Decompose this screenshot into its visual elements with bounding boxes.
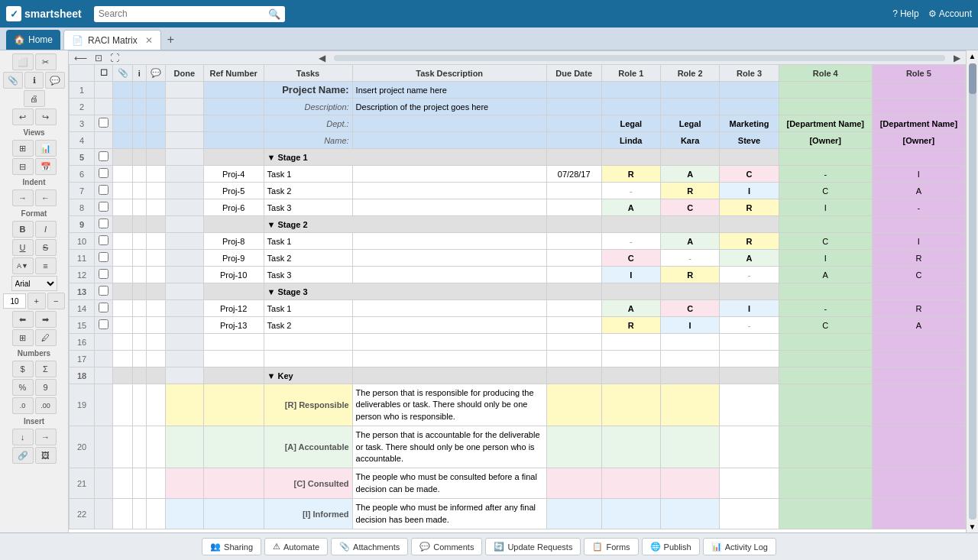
print-button[interactable]: 🖨 xyxy=(24,90,45,107)
account-link[interactable]: ⚙ Account xyxy=(928,8,972,19)
role4-cell[interactable]: C xyxy=(779,183,872,199)
role2-cell[interactable]: R xyxy=(660,183,719,199)
role1-cell[interactable]: C xyxy=(601,250,660,267)
grid-view-button[interactable]: ⊞ xyxy=(12,140,34,157)
font-size-input[interactable] xyxy=(3,293,26,309)
role5-cell[interactable]: I xyxy=(872,166,965,183)
role3-cell[interactable]: - xyxy=(720,317,779,334)
role4-cell[interactable]: C xyxy=(779,233,872,250)
role5-cell[interactable]: R xyxy=(872,250,965,267)
select-tool-button[interactable]: ⬜ xyxy=(12,53,34,70)
role4-cell[interactable]: I xyxy=(779,199,872,216)
scroll-down-arrow[interactable]: ▼ xyxy=(969,523,976,531)
expand-button[interactable]: ⛶ xyxy=(108,53,121,63)
scroll-up-arrow[interactable]: ▲ xyxy=(969,52,976,60)
gantt-view-button[interactable]: 📊 xyxy=(35,140,57,157)
bold-button[interactable]: B xyxy=(12,221,34,238)
insert-row-button[interactable]: ↓ xyxy=(12,429,34,445)
role3-cell[interactable]: - xyxy=(720,267,779,283)
role3-cell[interactable]: I xyxy=(720,300,779,317)
cut-button[interactable]: ✂ xyxy=(35,53,57,70)
info-button[interactable]: ℹ xyxy=(24,72,44,89)
bottom-btn-automate[interactable]: ⚠Automate xyxy=(264,538,328,555)
add-tab-button[interactable]: + xyxy=(161,30,180,50)
role4-cell[interactable]: I xyxy=(779,250,872,267)
scroll-left-arrow[interactable]: ⟵ xyxy=(72,53,89,63)
scroll-bar-right[interactable]: ▶ xyxy=(951,53,963,63)
role1-cell[interactable]: R xyxy=(601,166,660,183)
link-button[interactable]: 🔗 xyxy=(12,447,34,464)
bottom-btn-attachments[interactable]: 📎Attachments xyxy=(331,538,408,555)
role2-cell[interactable]: A xyxy=(660,166,719,183)
role2-cell[interactable]: R xyxy=(660,267,719,283)
percent-button[interactable]: % xyxy=(12,379,34,396)
scroll-bar-left[interactable]: ◀ xyxy=(316,53,328,63)
role5-cell[interactable]: A xyxy=(872,183,965,199)
app-logo[interactable]: ✓ smartsheet xyxy=(6,6,82,21)
role1-cell[interactable]: - xyxy=(601,233,660,250)
comma-button[interactable]: .00 xyxy=(35,397,57,414)
role4-cell[interactable]: A xyxy=(779,267,872,283)
bottom-btn-update-requests[interactable]: 🔄Update Requests xyxy=(485,538,581,555)
role3-cell[interactable]: R xyxy=(720,233,779,250)
role3-cell[interactable]: R xyxy=(720,199,779,216)
tab-home[interactable]: 🏠 Home xyxy=(6,30,60,50)
sum-button[interactable]: Σ xyxy=(35,361,57,377)
role2-cell[interactable]: - xyxy=(660,250,719,267)
currency-button[interactable]: $ xyxy=(12,361,34,377)
insert-col-button[interactable]: → xyxy=(35,429,57,445)
bottom-btn-comments[interactable]: 💬Comments xyxy=(411,538,482,555)
checkbox-cell[interactable] xyxy=(95,82,113,99)
role5-cell[interactable]: I xyxy=(872,233,965,250)
font-size-decrease[interactable]: − xyxy=(47,293,66,309)
vertical-scrollbar[interactable]: ▲ ▼ xyxy=(966,50,978,532)
role4-cell[interactable]: - xyxy=(779,166,872,183)
role2-cell[interactable]: I xyxy=(660,317,719,334)
table-button[interactable]: ⊞ xyxy=(12,329,34,346)
strikethrough-button[interactable]: S xyxy=(35,239,57,256)
role1-cell[interactable]: R xyxy=(601,317,660,334)
indent-right-button[interactable]: → xyxy=(12,189,34,206)
fit-width-button[interactable]: ⊡ xyxy=(92,53,105,63)
role1-cell[interactable]: A xyxy=(601,199,660,216)
comment-button[interactable]: 💬 xyxy=(45,72,65,89)
card-view-button[interactable]: ⊟ xyxy=(12,158,34,175)
role3-cell[interactable]: I xyxy=(720,183,779,199)
italic-button[interactable]: I xyxy=(35,221,57,238)
role1-cell[interactable]: A xyxy=(601,300,660,317)
close-tab-icon[interactable]: ✕ xyxy=(145,35,153,46)
bottom-btn-publish[interactable]: 🌐Publish xyxy=(642,538,700,555)
bottom-btn-forms[interactable]: 📋Forms xyxy=(584,538,638,555)
role3-cell[interactable]: C xyxy=(720,166,779,183)
font-size-increase[interactable]: + xyxy=(28,293,46,309)
align-left-button[interactable]: ⬅ xyxy=(12,311,34,328)
decimal-button[interactable]: 9 xyxy=(35,379,57,396)
attachment-button[interactable]: 📎 xyxy=(3,72,23,89)
role3-cell[interactable]: A xyxy=(720,250,779,267)
role5-cell[interactable]: R xyxy=(872,300,965,317)
role1-cell[interactable]: - xyxy=(601,183,660,199)
role4-cell[interactable]: - xyxy=(779,300,872,317)
role2-cell[interactable]: C xyxy=(660,199,719,216)
image-button[interactable]: 🖼 xyxy=(35,447,57,464)
role5-cell[interactable]: - xyxy=(872,199,965,216)
font-select[interactable]: Arial xyxy=(11,276,57,291)
search-bar[interactable]: 🔍 xyxy=(94,6,285,22)
underline-button[interactable]: U xyxy=(12,239,34,256)
text-align-button[interactable]: ≡ xyxy=(35,257,57,274)
calendar-view-button[interactable]: 📅 xyxy=(35,158,57,175)
tab-raci-matrix[interactable]: 📄 RACI Matrix ✕ xyxy=(63,30,161,50)
indent-left-button[interactable]: ← xyxy=(35,189,57,206)
bottom-btn-sharing[interactable]: 👥Sharing xyxy=(202,538,261,555)
help-link[interactable]: ? Help xyxy=(892,8,918,19)
bottom-btn-activity-log[interactable]: 📊Activity Log xyxy=(703,538,776,555)
role2-cell[interactable]: A xyxy=(660,233,719,250)
redo-button[interactable]: ↪ xyxy=(35,108,57,125)
role5-cell[interactable]: A xyxy=(872,317,965,334)
undo-button[interactable]: ↩ xyxy=(12,108,34,125)
role4-cell[interactable]: C xyxy=(779,317,872,334)
text-color-button[interactable]: A▼ xyxy=(12,257,34,274)
role1-cell[interactable]: I xyxy=(601,267,660,283)
role2-cell[interactable]: C xyxy=(660,300,719,317)
search-input[interactable] xyxy=(99,8,268,19)
